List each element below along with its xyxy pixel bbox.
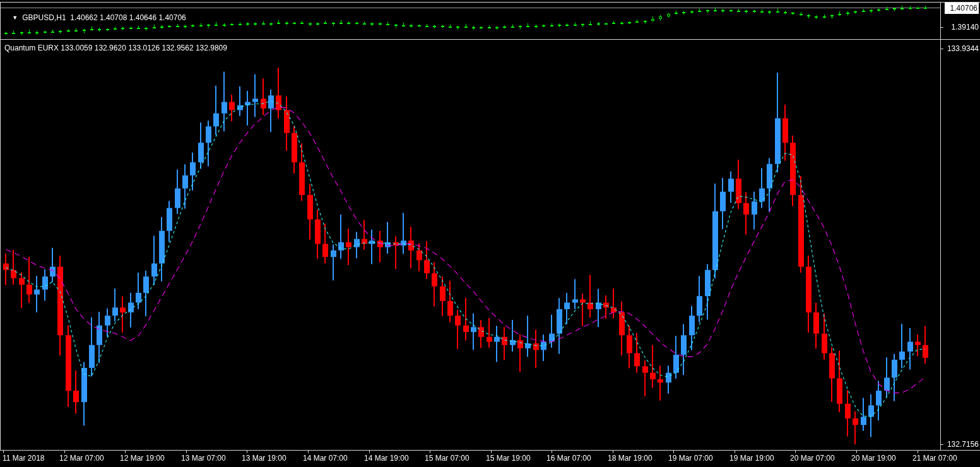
time-tick <box>186 450 187 453</box>
scale-label-mini: 1.39140 <box>952 23 979 32</box>
time-tick <box>308 450 309 453</box>
time-label: 20 Mar 07:00 <box>790 454 835 463</box>
time-tick <box>918 450 918 453</box>
time-label: 12 Mar 19:00 <box>120 454 165 463</box>
scale-label-main-max: 133.9344 <box>947 44 979 53</box>
time-label: 13 Mar 07:00 <box>181 454 226 463</box>
time-tick <box>64 450 65 453</box>
time-tick <box>795 450 796 453</box>
time-label: 20 Mar 19:00 <box>851 454 896 463</box>
symbol-ohlc-label: GBPUSD,H1 1.40662 1.40708 1.40646 1.4070… <box>22 13 186 22</box>
time-tick <box>735 450 735 453</box>
symbol-dropdown-icon[interactable]: ▼ <box>12 15 18 21</box>
price-tick <box>940 444 943 445</box>
time-tick <box>3 450 4 453</box>
time-tick <box>552 450 552 453</box>
quantum-eurx-chart[interactable] <box>0 40 940 450</box>
scale-label-main-min: 132.7156 <box>947 440 979 449</box>
time-label: 15 Mar 07:00 <box>425 454 469 463</box>
time-label: 12 Mar 07:00 <box>59 454 104 463</box>
time-label: 15 Mar 19:00 <box>486 454 531 463</box>
price-scale[interactable]: 1.40706 1.39140 133.9344 132.7156 <box>940 0 980 467</box>
time-label: 13 Mar 19:00 <box>242 454 286 463</box>
time-label: 19 Mar 07:00 <box>668 454 713 463</box>
time-label: 19 Mar 19:00 <box>729 454 774 463</box>
time-label: 16 Mar 07:00 <box>546 454 591 463</box>
top-border-line <box>0 2 980 3</box>
time-tick <box>430 450 430 453</box>
time-label: 14 Mar 07:00 <box>303 454 348 463</box>
subwindow-separator-line[interactable] <box>0 39 980 40</box>
time-tick <box>491 450 492 453</box>
time-label: 11 Mar 2018 <box>3 454 45 463</box>
left-border-line <box>0 2 1 451</box>
symbol-header: ▼GBPUSD,H1 1.40662 1.40708 1.40646 1.407… <box>4 4 186 31</box>
time-tick <box>673 450 674 453</box>
time-label: 14 Mar 19:00 <box>364 454 409 463</box>
current-price-box: 1.40706 <box>945 3 979 14</box>
time-axis[interactable]: 11 Mar 201812 Mar 07:0012 Mar 19:0013 Ma… <box>0 451 980 467</box>
time-tick <box>856 450 857 453</box>
indicator-ohlc-label: Quantum EURX 133.0059 132.9620 133.0126 … <box>4 44 227 52</box>
time-tick <box>125 450 126 453</box>
time-label: 21 Mar 07:00 <box>912 454 957 463</box>
price-tick <box>940 27 943 28</box>
time-tick <box>369 450 370 453</box>
price-tick <box>940 49 943 49</box>
mt4-chart-window: ▼GBPUSD,H1 1.40662 1.40708 1.40646 1.407… <box>0 0 980 467</box>
time-tick <box>613 450 613 453</box>
time-tick <box>247 450 247 453</box>
time-label: 18 Mar 19:00 <box>608 454 652 463</box>
